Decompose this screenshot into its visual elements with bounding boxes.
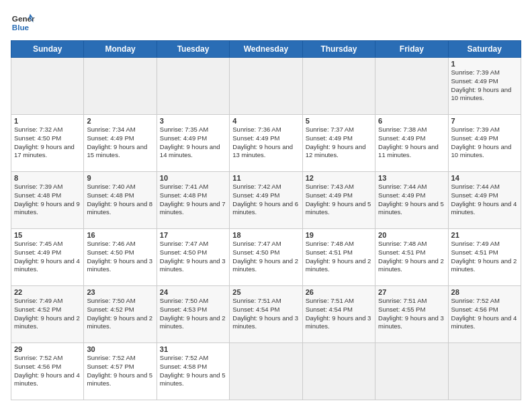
daylight-text: Daylight: 9 hours and 9 minutes. (14, 200, 80, 216)
logo-icon: General Blue (11, 11, 35, 35)
calendar-cell: 19 Sunrise: 7:48 AM Sunset: 4:51 PM Dayl… (302, 229, 375, 286)
daylight-text: Daylight: 9 hours and 10 minutes. (451, 143, 512, 159)
sunset-text: Sunset: 4:57 PM (87, 363, 134, 370)
day-number: 24 (160, 288, 226, 296)
day-number: 13 (378, 174, 445, 182)
sunset-text: Sunset: 4:49 PM (160, 134, 207, 142)
sunset-text: Sunset: 4:52 PM (14, 306, 61, 313)
logo: General Blue (11, 11, 35, 35)
sunrise-text: Sunrise: 7:46 AM (87, 240, 135, 247)
day-number: 17 (160, 231, 226, 239)
day-number: 15 (14, 231, 81, 239)
daylight-text: Daylight: 9 hours and 2 minutes. (14, 314, 80, 330)
sunset-text: Sunset: 4:51 PM (306, 248, 353, 256)
sunrise-text: Sunrise: 7:43 AM (306, 183, 354, 190)
calendar-table: SundayMondayTuesdayWednesdayThursdayFrid… (11, 40, 521, 400)
calendar-cell (302, 58, 375, 115)
cell-content: Sunrise: 7:52 AM Sunset: 4:56 PM Dayligh… (451, 297, 518, 331)
sunrise-text: Sunrise: 7:51 AM (378, 297, 427, 304)
calendar-cell: 13 Sunrise: 7:44 AM Sunset: 4:49 PM Dayl… (375, 172, 448, 229)
daylight-text: Daylight: 9 hours and 2 minutes. (160, 314, 226, 330)
cell-content: Sunrise: 7:36 AM Sunset: 4:49 PM Dayligh… (232, 126, 299, 160)
calendar-cell (84, 58, 157, 115)
day-number: 31 (160, 345, 226, 353)
calendar-cell (375, 58, 448, 115)
sunrise-text: Sunrise: 7:52 AM (14, 354, 62, 361)
sunrise-text: Sunrise: 7:47 AM (160, 240, 208, 247)
day-number: 18 (232, 231, 299, 239)
calendar-cell: 12 Sunrise: 7:43 AM Sunset: 4:49 PM Dayl… (302, 172, 375, 229)
sunrise-text: Sunrise: 7:52 AM (451, 297, 500, 304)
sunrise-text: Sunrise: 7:52 AM (87, 354, 135, 361)
cell-content: Sunrise: 7:51 AM Sunset: 4:55 PM Dayligh… (378, 297, 445, 331)
day-header-saturday: Saturday (448, 41, 521, 58)
calendar-cell: 4 Sunrise: 7:36 AM Sunset: 4:49 PM Dayli… (230, 115, 302, 172)
calendar-cell (11, 58, 84, 115)
day-number: 29 (14, 345, 81, 353)
day-number: 19 (306, 231, 372, 239)
cell-content: Sunrise: 7:46 AM Sunset: 4:50 PM Dayligh… (87, 240, 153, 274)
sunset-text: Sunset: 4:49 PM (378, 134, 425, 142)
daylight-text: Daylight: 9 hours and 4 minutes. (451, 314, 517, 330)
daylight-text: Daylight: 9 hours and 6 minutes. (232, 200, 298, 216)
cell-content: Sunrise: 7:49 AM Sunset: 4:52 PM Dayligh… (14, 297, 81, 331)
calendar-cell: 5 Sunrise: 7:37 AM Sunset: 4:49 PM Dayli… (302, 115, 375, 172)
calendar-cell: 27 Sunrise: 7:51 AM Sunset: 4:55 PM Dayl… (375, 286, 448, 343)
cell-content: Sunrise: 7:52 AM Sunset: 4:58 PM Dayligh… (160, 354, 226, 388)
cell-content: Sunrise: 7:35 AM Sunset: 4:49 PM Dayligh… (160, 126, 226, 160)
day-header-friday: Friday (375, 41, 448, 58)
calendar-cell (230, 58, 302, 115)
day-number: 26 (306, 288, 372, 296)
calendar-cell: 17 Sunrise: 7:47 AM Sunset: 4:50 PM Dayl… (157, 229, 229, 286)
cell-content: Sunrise: 7:48 AM Sunset: 4:51 PM Dayligh… (306, 240, 372, 274)
sunset-text: Sunset: 4:49 PM (451, 77, 498, 85)
day-number: 3 (160, 117, 226, 125)
sunset-text: Sunset: 4:54 PM (306, 306, 353, 313)
sunset-text: Sunset: 4:49 PM (306, 134, 353, 142)
daylight-text: Daylight: 9 hours and 3 minutes. (87, 257, 152, 273)
sunrise-text: Sunrise: 7:37 AM (306, 126, 354, 133)
calendar-cell: 30 Sunrise: 7:52 AM Sunset: 4:57 PM Dayl… (84, 343, 157, 400)
daylight-text: Daylight: 9 hours and 3 minutes. (232, 314, 298, 330)
day-number: 8 (14, 174, 81, 182)
daylight-text: Daylight: 9 hours and 5 minutes. (378, 200, 444, 216)
cell-content: Sunrise: 7:43 AM Sunset: 4:49 PM Dayligh… (306, 183, 372, 217)
calendar-cell: 8 Sunrise: 7:39 AM Sunset: 4:48 PM Dayli… (11, 172, 84, 229)
cell-content: Sunrise: 7:39 AM Sunset: 4:48 PM Dayligh… (14, 183, 81, 217)
day-number: 23 (87, 288, 153, 296)
daylight-text: Daylight: 9 hours and 5 minutes. (306, 200, 371, 216)
sunrise-text: Sunrise: 7:45 AM (14, 240, 62, 247)
sunrise-text: Sunrise: 7:42 AM (232, 183, 281, 190)
sunset-text: Sunset: 4:51 PM (378, 248, 425, 256)
day-header-tuesday: Tuesday (157, 41, 229, 58)
daylight-text: Daylight: 9 hours and 17 minutes. (14, 143, 75, 159)
calendar-cell: 21 Sunrise: 7:49 AM Sunset: 4:51 PM Dayl… (448, 229, 521, 286)
day-number: 12 (306, 174, 372, 182)
sunrise-text: Sunrise: 7:38 AM (378, 126, 427, 133)
calendar-cell: 1 Sunrise: 7:39 AM Sunset: 4:49 PM Dayli… (448, 58, 521, 115)
sunset-text: Sunset: 4:48 PM (87, 191, 134, 199)
cell-content: Sunrise: 7:42 AM Sunset: 4:49 PM Dayligh… (232, 183, 299, 217)
sunset-text: Sunset: 4:49 PM (451, 134, 498, 142)
sunrise-text: Sunrise: 7:32 AM (14, 126, 62, 133)
sunrise-text: Sunrise: 7:51 AM (306, 297, 354, 304)
sunrise-text: Sunrise: 7:52 AM (160, 354, 208, 361)
sunrise-text: Sunrise: 7:41 AM (160, 183, 208, 190)
sunset-text: Sunset: 4:49 PM (232, 191, 279, 199)
calendar-cell: 23 Sunrise: 7:50 AM Sunset: 4:52 PM Dayl… (84, 286, 157, 343)
day-number: 9 (87, 174, 153, 182)
header: General Blue (11, 11, 521, 35)
cell-content: Sunrise: 7:51 AM Sunset: 4:54 PM Dayligh… (232, 297, 299, 331)
cell-content: Sunrise: 7:47 AM Sunset: 4:50 PM Dayligh… (232, 240, 299, 274)
calendar-cell: 16 Sunrise: 7:46 AM Sunset: 4:50 PM Dayl… (84, 229, 157, 286)
sunrise-text: Sunrise: 7:36 AM (232, 126, 281, 133)
day-number: 1 (14, 117, 81, 125)
cell-content: Sunrise: 7:34 AM Sunset: 4:49 PM Dayligh… (87, 126, 153, 160)
daylight-text: Daylight: 9 hours and 11 minutes. (378, 143, 439, 159)
cell-content: Sunrise: 7:48 AM Sunset: 4:51 PM Dayligh… (378, 240, 445, 274)
sunrise-text: Sunrise: 7:49 AM (14, 297, 62, 304)
calendar-cell (230, 343, 302, 400)
calendar-cell: 20 Sunrise: 7:48 AM Sunset: 4:51 PM Dayl… (375, 229, 448, 286)
sunrise-text: Sunrise: 7:50 AM (87, 297, 135, 304)
cell-content: Sunrise: 7:45 AM Sunset: 4:49 PM Dayligh… (14, 240, 81, 274)
